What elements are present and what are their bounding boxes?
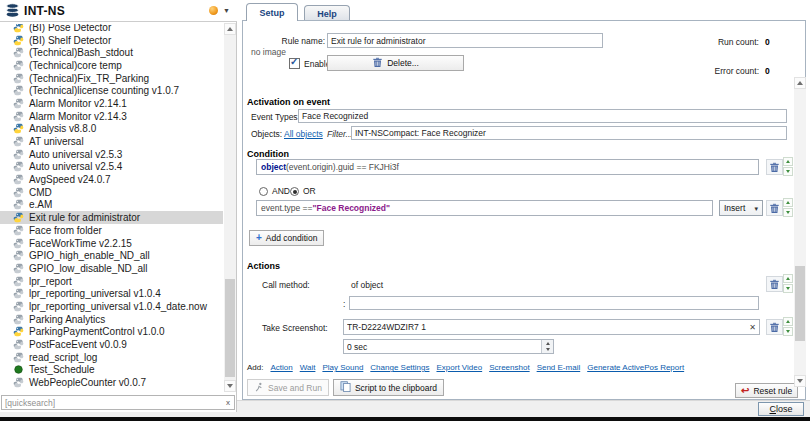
- sidebar-item[interactable]: Test_Schedule: [0, 364, 223, 377]
- sidebar-item[interactable]: Parking Analytics: [0, 313, 223, 326]
- screenshot-camera-input[interactable]: [344, 322, 746, 332]
- sidebar-item[interactable]: lpr_reporting_universal v1.0.4_date.now: [0, 300, 223, 313]
- insert-label: Insert: [724, 203, 745, 213]
- add-link[interactable]: Play Sound: [322, 363, 363, 372]
- sidebar-item[interactable]: e.AM: [0, 199, 223, 212]
- condition-expression-2[interactable]: event.type == "Face Recognized": [256, 200, 713, 216]
- delete-action1-button[interactable]: [766, 276, 783, 292]
- or-radio[interactable]: [290, 187, 299, 196]
- rule-name-input[interactable]: [327, 33, 603, 48]
- sidebar-item[interactable]: AT universal: [0, 135, 223, 148]
- tab-help[interactable]: Help: [304, 5, 350, 21]
- delete-action2-button[interactable]: [766, 319, 783, 335]
- scroll-up-icon[interactable]: [224, 23, 236, 35]
- add-condition-button[interactable]: + Add condition: [249, 230, 324, 246]
- sidebar-item-label: Alarm Monitor v2.14.1: [29, 98, 127, 109]
- insert-dropdown[interactable]: Insert: [719, 200, 763, 216]
- filter-link[interactable]: Filter...: [327, 129, 353, 139]
- add-link[interactable]: Generate ActivePos Report: [587, 363, 684, 372]
- sidebar-item[interactable]: lpr_reporting_universal v1.0.4: [0, 287, 223, 300]
- sidebar-item[interactable]: Face from folder: [0, 224, 223, 237]
- quicksearch-input[interactable]: [2, 398, 222, 408]
- condition2-reorder-spinner[interactable]: [783, 198, 793, 217]
- sidebar-item[interactable]: Analysis v8.8.0: [0, 123, 223, 136]
- footer-buttons: Save and Run Script to the clipboard: [247, 379, 444, 396]
- sidebar-item[interactable]: (BI) Shelf Detector: [0, 34, 223, 47]
- scroll-up-icon[interactable]: [794, 77, 806, 89]
- delete-condition1-button[interactable]: [766, 159, 783, 175]
- condition2-prefix: event.type ==: [261, 203, 313, 213]
- add-link[interactable]: Action: [270, 363, 292, 372]
- close-button[interactable]: Close: [758, 402, 804, 416]
- sidebar-item[interactable]: read_script_log: [0, 351, 223, 364]
- objects-input[interactable]: [351, 126, 787, 140]
- add-link[interactable]: Wait: [300, 363, 316, 372]
- screenshot-camera-box: ✕: [343, 319, 760, 335]
- delete-condition2-button[interactable]: [766, 200, 783, 216]
- reset-rule-button[interactable]: ↩ Reset rule: [735, 383, 798, 398]
- sidebar-item[interactable]: PostFaceEvent v0.0.9: [0, 338, 223, 351]
- condition2-string: "Face Recognized": [313, 203, 391, 213]
- condition-expression-1[interactable]: object(event.origin).guid == FKJHi3f: [256, 159, 759, 175]
- sidebar-item[interactable]: Alarm Monitor v2.14.3: [0, 110, 223, 123]
- sidebar-item[interactable]: (Technical)Fix_TR_Parking: [0, 72, 223, 85]
- sidebar-item-label: e.AM: [29, 199, 52, 210]
- screenshot-delay-input[interactable]: [344, 340, 541, 353]
- sidebar-item[interactable]: lpr_report: [0, 275, 223, 288]
- add-link[interactable]: Change Settings: [370, 363, 429, 372]
- script-to-clipboard-button[interactable]: Script to the clipboard: [333, 379, 444, 396]
- sidebar-item[interactable]: Alarm Monitor v2.14.1: [0, 97, 223, 110]
- tab-setup[interactable]: Setup: [246, 3, 298, 21]
- and-radio[interactable]: [259, 187, 268, 196]
- sidebar-item-label: PostFaceEvent v0.0.9: [29, 339, 127, 350]
- sidebar-item[interactable]: (Technical)license counting v1.0.7: [0, 84, 223, 97]
- run-count-label: Run count:: [693, 37, 759, 47]
- move-down-icon: [783, 167, 793, 176]
- sidebar-item[interactable]: Exit rule for administrator: [0, 211, 223, 224]
- sidebar-item-label: (Technical)core temp: [29, 60, 122, 71]
- python-gray-icon: [13, 60, 24, 71]
- sidebar-scrollbar[interactable]: [224, 23, 236, 392]
- scrollbar-thumb[interactable]: [225, 279, 235, 377]
- sidebar-item[interactable]: WebPeopleCounter v0.0.7: [0, 376, 223, 389]
- app-window: Close INT-NS ▼ (BI) Pose Detector(BI) Sh…: [0, 0, 810, 421]
- add-link[interactable]: Export Video: [436, 363, 482, 372]
- sidebar-item[interactable]: Auto universal v2.5.4: [0, 161, 223, 174]
- event-types-input[interactable]: [298, 109, 787, 123]
- sidebar-item[interactable]: GPIO_high_enable_ND_all: [0, 249, 223, 262]
- sidebar-item[interactable]: (BI) Pose Detector: [0, 24, 223, 34]
- sidebar-item[interactable]: ParkingPaymentControl v1.0.0: [0, 326, 223, 339]
- sidebar-item[interactable]: Auto universal v2.5.3: [0, 148, 223, 161]
- delay-spinner[interactable]: [541, 340, 553, 353]
- add-link[interactable]: Screenshot: [489, 363, 529, 372]
- all-objects-link[interactable]: All objects: [284, 129, 323, 139]
- sidebar-item[interactable]: CMD: [0, 186, 223, 199]
- sidebar-item[interactable]: GPIO_low_disable_ND_all: [0, 262, 223, 275]
- clear-search-icon[interactable]: x: [222, 398, 234, 407]
- status-ball-icon[interactable]: [209, 6, 218, 15]
- sidebar-item[interactable]: AvgSpeed v24.0.7: [0, 173, 223, 186]
- sidebar-item[interactable]: (Technical)core temp: [0, 59, 223, 72]
- chevron-down-icon[interactable]: ▼: [223, 7, 230, 14]
- panel-scrollbar[interactable]: [794, 77, 806, 387]
- setup-panel: no image Rule name: Run count: 0 Enable …: [242, 20, 806, 400]
- sidebar-item[interactable]: FaceWorkTime v2.2.15: [0, 237, 223, 250]
- move-up-icon: [783, 198, 793, 207]
- save-and-run-button[interactable]: Save and Run: [247, 379, 329, 396]
- green-circle-icon: [13, 364, 24, 375]
- add-link[interactable]: Send E-mail: [537, 363, 581, 372]
- python-gray-icon: [13, 301, 24, 312]
- action1-reorder-spinner[interactable]: [783, 274, 793, 293]
- method-param-input[interactable]: [349, 296, 759, 310]
- scrollbar-thumb[interactable]: [795, 266, 805, 341]
- enable-checkbox[interactable]: [289, 58, 300, 69]
- sidebar-item[interactable]: (Technical)Bash_stdout: [0, 46, 223, 59]
- sidebar-item-label: (BI) Pose Detector: [29, 24, 111, 33]
- clear-field-icon[interactable]: ✕: [746, 323, 759, 332]
- delete-button[interactable]: Delete...: [327, 55, 464, 71]
- sidebar-item-label: GPIO_high_enable_ND_all: [29, 250, 150, 261]
- action2-reorder-spinner[interactable]: [783, 317, 793, 336]
- condition1-reorder-spinner[interactable]: [783, 157, 793, 176]
- scroll-down-icon[interactable]: [224, 380, 236, 392]
- scroll-down-icon[interactable]: [794, 375, 806, 387]
